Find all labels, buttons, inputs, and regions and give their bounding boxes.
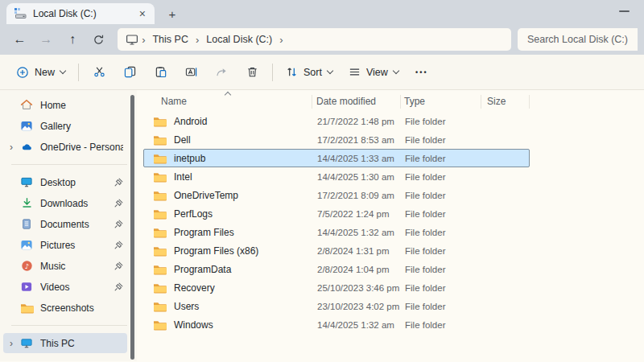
sidebar-item-label: Desktop [40,177,111,188]
folder-icon [153,227,167,238]
sidebar-item-desktop[interactable]: Desktop [3,172,127,192]
breadcrumb-chevron-icon[interactable]: › [278,34,284,46]
minimize-icon[interactable] [619,10,630,12]
new-tab-button[interactable]: + [163,4,182,23]
sort-button[interactable]: Sort [278,60,341,85]
folder-icon [153,134,167,146]
column-header-size[interactable]: Size [481,95,530,109]
file-type: File folder [402,228,482,237]
file-date-modified: 2/8/2024 1:31 pm [313,246,402,256]
file-row-android[interactable]: Android21/7/2022 1:48 pmFile folder [143,112,530,130]
forward-button: → [33,27,60,51]
folder-icon [153,282,167,294]
sort-arrows-icon [286,66,298,78]
file-row-inetpub[interactable]: inetpub14/4/2025 1:33 amFile folder [143,149,530,167]
folder-icon [153,190,167,201]
rename-button[interactable] [175,60,206,85]
breadcrumb[interactable]: ›This PC›Local Disk (C:)› [118,28,511,51]
search-placeholder: Search Local Disk (C:) [527,34,628,45]
expand-chevron-icon[interactable]: › [3,142,19,153]
file-type: File folder [402,302,482,311]
up-button[interactable]: ↑ [60,27,86,51]
sidebar-item-label: This PC [40,338,123,349]
file-row-perflogs[interactable]: PerfLogs7/5/2022 1:24 pmFile folder [143,204,530,223]
back-button[interactable]: ← [6,27,33,51]
delete-button[interactable] [237,60,267,85]
column-header-date-modified[interactable]: Date modified [312,95,401,109]
file-name: PerfLogs [174,208,213,220]
file-row-windows[interactable]: Windows14/4/2025 1:32 amFile folder [143,315,530,334]
sidebar-item-downloads[interactable]: Downloads [3,193,127,213]
file-name: Windows [174,319,213,331]
folder-icon [153,301,167,312]
copy-button[interactable] [114,60,145,85]
sidebar-scrollbar[interactable] [130,95,134,360]
this-pc-monitor-icon [126,33,138,46]
file-row-program-files[interactable]: Program Files14/4/2025 1:32 amFile folde… [143,223,530,241]
breadcrumb-segment[interactable]: This PC [147,34,193,45]
breadcrumb-segment[interactable]: Local Disk (C:) [200,34,278,45]
file-date-modified: 7/5/2022 1:24 pm [313,209,402,219]
sort-button-label: Sort [303,67,322,78]
tab-local-disk-c[interactable]: Local Disk (C:) × [6,3,155,24]
file-row-recovery[interactable]: Recovery25/10/2023 3:46 pmFile folder [143,278,530,297]
sidebar-item-label: OneDrive - Personal [40,142,123,153]
folder-icon [153,116,167,127]
cut-button[interactable] [84,60,114,85]
tab-close-icon[interactable]: × [138,8,147,19]
file-list: Name Date modified Type Size Android21/7… [137,90,644,361]
file-type: File folder [402,209,482,219]
file-row-program-files-x86-[interactable]: Program Files (x86)2/8/2024 1:31 pmFile … [143,241,530,260]
sidebar-item-pictures[interactable]: Pictures [3,235,127,255]
file-date-modified: 14/4/2025 1:32 am [313,320,402,330]
sidebar-item-label: Gallery [40,121,123,132]
file-type: File folder [402,246,482,256]
see-more-button[interactable]: ••• [407,60,437,85]
navigation-bar: ← → ↑ ›This PC›Local Disk (C:)› Search L… [0,24,644,55]
share-button [206,60,237,85]
file-name: Android [174,116,207,127]
sidebar-item-gallery[interactable]: Gallery [3,116,127,136]
file-date-modified: 17/2/2021 8:09 am [313,191,402,200]
file-date-modified: 21/7/2022 1:48 pm [313,117,402,126]
file-name: Users [174,301,199,312]
file-row-intel[interactable]: Intel14/4/2025 1:30 amFile folder [143,167,530,186]
sidebar-item-music[interactable]: ♪Music [3,256,127,276]
breadcrumb-chevron-icon[interactable]: › [194,34,200,46]
sidebar-item-onedrive-personal[interactable]: ›OneDrive - Personal [3,137,127,157]
this-pc-icon [19,337,34,349]
paste-button[interactable] [145,60,175,85]
sidebar-item-videos[interactable]: Videos [3,277,127,297]
sidebar-item-documents[interactable]: Documents [3,214,127,234]
file-name: ProgramData [174,264,231,275]
file-row-onedrivetemp[interactable]: OneDriveTemp17/2/2021 8:09 amFile folder [143,186,530,204]
breadcrumb-chevron-icon[interactable]: › [140,34,147,46]
file-row-dell[interactable]: Dell17/2/2021 8:53 amFile folder [143,130,530,149]
sidebar-item-home[interactable]: Home [3,95,127,115]
column-header-type[interactable]: Type [401,95,481,109]
new-button-label: New [35,67,55,78]
column-headers: Name Date modified Type Size [143,93,644,110]
file-type: File folder [402,135,482,145]
sidebar-item-label: Documents [40,219,111,230]
folder-icon [153,245,167,257]
pin-icon [114,241,123,249]
sidebar-item-label: Videos [40,282,111,293]
new-button[interactable]: New [8,60,73,85]
file-name: Program Files (x86) [174,245,258,257]
file-row-users[interactable]: Users23/10/2023 4:02 pmFile folder [143,297,530,315]
search-input[interactable]: Search Local Disk (C:) [518,28,638,51]
onedrive-icon [19,142,34,153]
view-button[interactable]: View [341,60,407,85]
sidebar-item-label: Screenshots [40,302,123,314]
refresh-button[interactable] [85,27,112,51]
file-date-modified: 14/4/2025 1:32 am [313,228,402,237]
file-name: Dell [174,134,191,146]
sidebar-item-screenshots[interactable]: Screenshots [3,298,127,318]
file-type: File folder [402,154,482,163]
file-date-modified: 2/8/2024 1:04 pm [313,265,402,274]
sidebar-item-this-pc[interactable]: ›This PC [3,333,127,353]
file-row-programdata[interactable]: ProgramData2/8/2024 1:04 pmFile folder [143,260,530,278]
expand-chevron-icon[interactable]: › [3,338,19,349]
toolbar-separator [272,64,273,81]
